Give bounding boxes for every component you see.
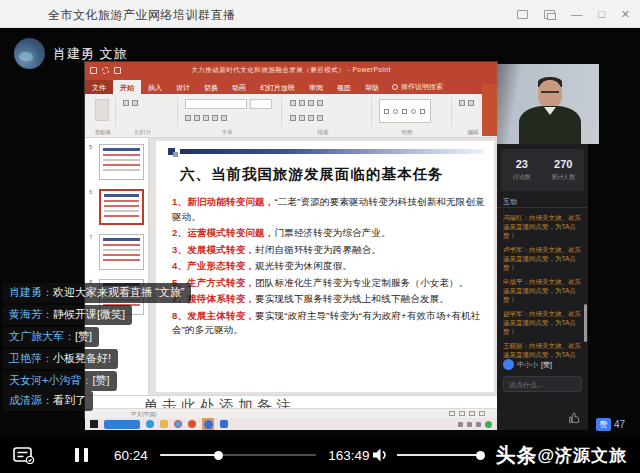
tab-animations[interactable]: 动画 [225, 80, 253, 94]
panel-section-title: 互动 [497, 195, 588, 208]
tab-transitions[interactable]: 切换 [197, 80, 225, 94]
interaction-panel: 23 讨论数 270 累计人数 互动 冯瑞红：向绿美文旅、欢乐温泉直播间点赞，为… [497, 144, 588, 430]
paragraph-icons[interactable] [290, 100, 323, 106]
shapes-gallery[interactable] [379, 99, 431, 123]
live-app-icon-active[interactable] [202, 418, 214, 430]
system-message: 冯瑞红：向绿美文旅、欢乐温泉直播间点赞，为TA点赞！ [503, 213, 581, 240]
group-drawing: 绘图 [402, 129, 413, 136]
view-reading-icon[interactable] [469, 411, 475, 416]
chrome-icon[interactable] [174, 420, 182, 428]
maximize-button[interactable]: □ [598, 9, 605, 20]
panel-message-list[interactable]: 冯瑞红：向绿美文旅、欢乐温泉直播间点赞，为TA点赞！ 卢书军：向绿美文旅、欢乐温… [497, 208, 588, 358]
system-message: 王晓丽：向绿美文旅、欢乐温泉直播间点赞，为TA点赞！ [503, 341, 581, 358]
slide-thumbnail[interactable]: 7 [89, 234, 144, 270]
slide-bullet: 5、生产方式转变，团队标准化生产转变为专业定制服务（小女老）。 [172, 276, 488, 291]
video-area[interactable]: 肖建勇 文旅 大力推动新时代文化和旅游融合发展（兼容模式） - PowerPoi… [0, 28, 640, 437]
chat-message: 文广旅大军：[赞] [2, 327, 99, 347]
popout-icon[interactable] [517, 10, 528, 19]
tab-slideshow[interactable]: 幻灯片放映 [253, 80, 302, 94]
minimize-button[interactable]: — [571, 9, 582, 20]
paste-button[interactable] [95, 99, 109, 121]
volume-handle[interactable] [476, 451, 485, 460]
powerpoint-window: 大力推动新时代文化和旅游融合发展（兼容模式） - PowerPoint 文件 开… [85, 62, 497, 418]
view-normal-icon[interactable] [449, 411, 455, 416]
slide-title: 六、当前我国旅游发展面临的基本任务 [180, 165, 494, 184]
ppt-status-bar: 中文(中国) [85, 408, 497, 418]
chat-message: 肖建勇：欢迎大家来观看直播 “文旅” [2, 283, 191, 303]
copy-window-icon[interactable] [544, 10, 555, 19]
slide-tools-icons[interactable] [123, 100, 138, 106]
browser-icon[interactable] [188, 420, 196, 428]
slide-editor-area: 六、当前我国旅游发展面临的基本任务 1、新旧动能转变问题，“二老”资源的要素驱动… [149, 138, 497, 395]
progress-bar[interactable] [160, 454, 316, 456]
comment-input-wrap [503, 376, 582, 392]
chat-message: 黄海芳：静候开课[微笑] [2, 305, 132, 325]
player-control-bar: 60:24 163:49 头条 @济源文旅 [0, 437, 640, 473]
slide-bullet: 1、新旧动能转变问题，“二老”资源的要素驱动转变为科技创新和无限创意驱动。 [172, 195, 488, 224]
progress-handle[interactable] [214, 451, 223, 460]
notes-pane[interactable]: 单击此处添加备注 [85, 395, 497, 408]
like-counter[interactable]: 赞 47 [596, 418, 625, 431]
thumbs-up-icon[interactable] [567, 411, 581, 425]
chat-message: 天女河+小沟背：[赞] [2, 371, 117, 391]
font-style-icons[interactable] [185, 115, 227, 121]
tab-insert[interactable]: 插入 [141, 80, 169, 94]
editing-icons[interactable] [459, 100, 474, 106]
view-slideshow-icon[interactable] [479, 411, 485, 416]
tab-file[interactable]: 文件 [85, 80, 113, 94]
tell-me-search[interactable]: 操作说明搜索 [386, 80, 449, 94]
chat-message: 卫艳萍：小板凳备好! [2, 349, 118, 369]
windows-start-icon[interactable] [90, 420, 98, 428]
comment-input[interactable] [504, 381, 581, 388]
pause-button[interactable] [75, 448, 88, 462]
group-clipboard: 剪贴板 [95, 129, 112, 136]
edge-icon[interactable] [146, 420, 154, 428]
group-slides: 幻灯片 [135, 129, 152, 136]
host-avatar [14, 38, 45, 69]
language-indicator: 中文(中国) [131, 411, 157, 418]
notes-placeholder: 单击此处添加备注 [143, 397, 497, 408]
stats-box: 23 讨论数 270 累计人数 [501, 149, 584, 191]
media-app-icon[interactable] [220, 420, 228, 428]
font-name-combo[interactable] [185, 99, 247, 109]
system-message: 申战平：向绿美文旅、欢乐温泉直播间点赞，为TA点赞！ [503, 277, 581, 304]
stat-discussions: 23 讨论数 [501, 149, 543, 191]
danmaku-toggle-icon[interactable] [13, 447, 35, 464]
slide-bullet: 8、发展主体转变，要实现“政府主导”转变为“有为政府+有效市场+有机社会”的多元… [172, 309, 488, 338]
volume-icon[interactable] [371, 447, 389, 463]
view-sorter-icon[interactable] [459, 411, 465, 416]
file-explorer-icon[interactable] [160, 420, 168, 428]
window-title: 全市文化旅游产业网络培训群直播 [48, 7, 236, 24]
user-message: 中小小 [赞] [497, 358, 588, 370]
tab-review[interactable]: 审阅 [302, 80, 330, 94]
slide-canvas[interactable]: 六、当前我国旅游发展面临的基本任务 1、新旧动能转变问题，“二老”资源的要素驱动… [156, 141, 494, 392]
slide-thumbnail[interactable]: 5 [89, 144, 144, 180]
live-player-window: 全市文化旅游产业网络培训群直播 — □ ✕ 肖建勇 文旅 大力推动新时代文化和旅… [0, 0, 640, 473]
tab-help[interactable]: 帮助 [358, 80, 386, 94]
volume-bar[interactable] [397, 454, 481, 456]
powerpoint-titlebar: 大力推动新时代文化和旅游融合发展（兼容模式） - PowerPoint [85, 62, 497, 80]
ribbon: 剪贴板 幻灯片 字体 段落 绘图 编辑 [85, 94, 497, 138]
system-message: 赵学军：向绿美文旅、欢乐温泉直播间点赞，为TA点赞！ [503, 309, 581, 336]
font-size-combo[interactable] [250, 99, 272, 109]
system-tray[interactable] [458, 421, 492, 428]
host-name: 肖建勇 文旅 [53, 45, 128, 63]
tab-view[interactable]: 视图 [330, 80, 358, 94]
chat-message: 成清源：看到了 [2, 391, 93, 411]
slide-bullet: 4、产业形态转变，观光转变为休闲度假。 [172, 259, 488, 274]
align-icons[interactable] [290, 115, 323, 121]
duration: 163:49 [328, 448, 369, 463]
slide-bullet: 3、发展模式转变，封闭自循环转变为跨界融合。 [172, 243, 488, 258]
tab-design[interactable]: 设计 [169, 80, 197, 94]
tab-home[interactable]: 开始 [113, 80, 141, 94]
presenter-webcam [497, 64, 599, 144]
slide-thumbnail-current[interactable]: 6 [89, 189, 144, 225]
group-font: 字体 [222, 129, 233, 136]
stat-viewers: 270 累计人数 [543, 149, 585, 191]
taskbar-search-box[interactable] [104, 420, 140, 429]
slide-bullet: 2、运营模式转变问题，门票经济转变为综合产业。 [172, 226, 488, 241]
system-message: 卢书军：向绿美文旅、欢乐温泉直播间点赞，为TA点赞！ [503, 245, 581, 272]
panel-scrollbar[interactable] [584, 304, 587, 342]
ribbon-tabs: 文件 开始 插入 设计 切换 动画 幻灯片放映 审阅 视图 帮助 操作说明搜索 [85, 80, 497, 94]
close-button[interactable]: ✕ [621, 9, 630, 20]
